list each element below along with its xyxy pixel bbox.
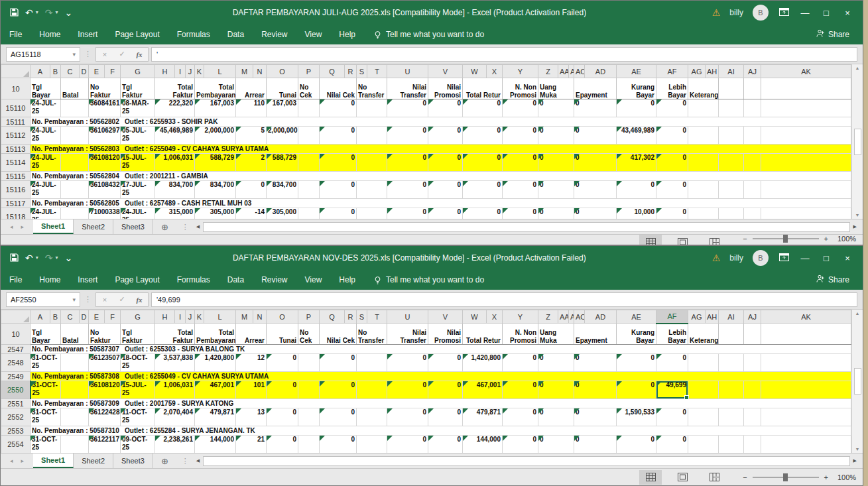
- column-header-AD[interactable]: AD: [585, 310, 617, 324]
- cell[interactable]: 71000338: [89, 208, 121, 219]
- cell[interactable]: 24-JUL-25: [31, 181, 61, 199]
- cell[interactable]: 05-JUL-25: [121, 127, 155, 145]
- redo-dropdown-icon[interactable]: ▾: [55, 10, 58, 15]
- column-header-AB[interactable]: AB: [569, 65, 574, 78]
- cell[interactable]: 0: [503, 208, 538, 219]
- field-header-cell[interactable]: Nilai Cek: [320, 78, 357, 99]
- cell[interactable]: 43,469,989: [617, 127, 656, 145]
- cancel-entry-icon[interactable]: ×: [96, 296, 113, 304]
- ribbon-tab-home[interactable]: Home: [31, 270, 69, 290]
- redo-icon[interactable]: ↷: [45, 253, 53, 263]
- field-header-cell[interactable]: Arrear: [236, 324, 267, 345]
- formula-input[interactable]: '49,699: [151, 292, 857, 307]
- cell[interactable]: 0: [320, 208, 357, 219]
- ribbon-tab-file[interactable]: File: [1, 25, 31, 44]
- cell[interactable]: [744, 381, 761, 399]
- cell[interactable]: [761, 408, 851, 426]
- confirm-entry-icon[interactable]: ✓: [113, 50, 131, 58]
- activation-warning-icon[interactable]: ⚠: [712, 7, 721, 18]
- cell[interactable]: [761, 208, 851, 219]
- row-header-10[interactable]: 10: [1, 78, 31, 99]
- field-header-cell[interactable]: Epayment: [574, 78, 617, 99]
- cell[interactable]: [61, 99, 89, 117]
- cell[interactable]: 18-OCT-25: [121, 354, 155, 372]
- column-header-P[interactable]: P: [298, 65, 320, 78]
- cell[interactable]: 24-JUL-25: [31, 99, 61, 117]
- field-header-cell[interactable]: [761, 324, 851, 345]
- row-header-2547[interactable]: 2547: [1, 345, 31, 354]
- column-header-L[interactable]: L: [204, 310, 236, 324]
- cell[interactable]: 0: [656, 436, 688, 454]
- field-header-cell[interactable]: Total Retur: [463, 324, 503, 345]
- cell[interactable]: [61, 181, 89, 199]
- column-header-AE[interactable]: AE: [617, 65, 656, 78]
- cell[interactable]: 0: [538, 354, 574, 372]
- field-header-cell[interactable]: Epayment: [574, 324, 617, 345]
- column-header-J[interactable]: J: [186, 310, 195, 324]
- next-sheet-icon[interactable]: ▸: [21, 457, 25, 464]
- redo-icon[interactable]: ↷: [45, 8, 53, 17]
- field-header-cell[interactable]: Total Faktur: [155, 78, 195, 99]
- field-header-cell[interactable]: Nilai Transfer: [387, 324, 428, 345]
- cell[interactable]: 834,700: [155, 181, 195, 199]
- cell[interactable]: [719, 208, 744, 219]
- cell[interactable]: [688, 436, 719, 454]
- cell[interactable]: 11-OCT-25: [121, 408, 155, 426]
- column-header-O[interactable]: O: [267, 310, 298, 324]
- cell[interactable]: 305,000: [267, 208, 298, 219]
- column-header-Z[interactable]: Z: [538, 65, 558, 78]
- ribbon-display-options-icon[interactable]: [778, 8, 790, 18]
- cell[interactable]: 2,000,000: [267, 127, 298, 145]
- cell[interactable]: 36108120: [89, 154, 121, 172]
- row-header-15118[interactable]: 15118: [1, 208, 31, 219]
- row-header-15117[interactable]: 15117: [1, 199, 31, 208]
- cell[interactable]: [357, 181, 387, 199]
- cell[interactable]: [744, 127, 761, 145]
- cell[interactable]: 167,003: [195, 99, 236, 117]
- column-header-E[interactable]: E: [89, 65, 105, 78]
- cell[interactable]: [61, 436, 89, 454]
- cell[interactable]: 0: [538, 154, 574, 172]
- field-header-cell[interactable]: Kurang Bayar: [617, 78, 656, 99]
- sheet-tab-sheet1[interactable]: Sheet1: [33, 219, 74, 234]
- scroll-down-icon[interactable]: ▼: [855, 447, 860, 452]
- payment-note-cell[interactable]: No. Pembayaran : 50587309 Outlet : 20017…: [31, 399, 851, 408]
- column-header-K[interactable]: K: [195, 310, 204, 324]
- cell[interactable]: 36123507: [89, 354, 121, 372]
- ribbon-tab-insert[interactable]: Insert: [69, 25, 106, 44]
- cell[interactable]: 0: [538, 436, 574, 454]
- cell[interactable]: 0: [656, 127, 688, 145]
- row-header-2548[interactable]: 2548: [1, 354, 31, 372]
- tabbar-resize-handle[interactable]: ⋮: [178, 457, 193, 465]
- zoom-out-icon[interactable]: −: [743, 235, 747, 243]
- cell[interactable]: [719, 154, 744, 172]
- column-header-I[interactable]: I: [175, 310, 186, 324]
- field-header-cell[interactable]: Uang Muka: [538, 324, 574, 345]
- cell[interactable]: 0: [463, 127, 503, 145]
- cell[interactable]: 144,000: [195, 436, 236, 454]
- cell[interactable]: 0: [503, 436, 538, 454]
- formula-input[interactable]: ': [151, 47, 857, 62]
- new-sheet-icon[interactable]: ⊕: [153, 454, 176, 468]
- maximize-button[interactable]: □: [820, 8, 832, 18]
- cell[interactable]: 36084161: [89, 99, 121, 117]
- column-header-AF[interactable]: AF: [656, 310, 688, 324]
- column-header-Q[interactable]: Q: [320, 65, 345, 78]
- row-header-2551[interactable]: 2551: [1, 399, 31, 408]
- field-header-cell[interactable]: Arrear: [236, 78, 267, 99]
- cell[interactable]: 0: [428, 354, 463, 372]
- ribbon-tab-insert[interactable]: Insert: [69, 270, 106, 290]
- cell[interactable]: 0: [574, 154, 617, 172]
- cell[interactable]: 0: [428, 154, 463, 172]
- field-header-cell[interactable]: [744, 324, 761, 345]
- column-header-F[interactable]: F: [105, 65, 121, 78]
- cell[interactable]: 0: [320, 99, 357, 117]
- ribbon-tab-view[interactable]: View: [296, 270, 331, 290]
- name-box-dropdown-icon[interactable]: ▾: [72, 51, 76, 58]
- cell[interactable]: [688, 99, 719, 117]
- cell[interactable]: [744, 208, 761, 219]
- field-header-cell[interactable]: No Transfer: [357, 324, 387, 345]
- cell[interactable]: 315,000: [155, 208, 195, 219]
- name-box[interactable]: AF2550▾: [6, 292, 80, 307]
- ribbon-tab-review[interactable]: Review: [253, 270, 296, 290]
